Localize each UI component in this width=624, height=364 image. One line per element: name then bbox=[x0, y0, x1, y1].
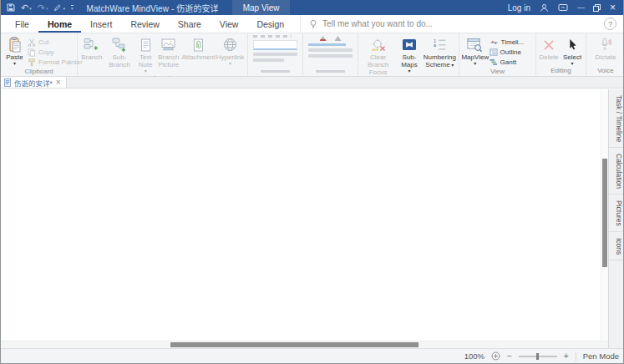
tell-me-search[interactable]: Tell me what you want to do... bbox=[300, 15, 604, 33]
sub-branch-button: Sub-Branch bbox=[104, 35, 136, 73]
tab-review[interactable]: Review bbox=[121, 15, 168, 33]
ribbon: Paste Cut Copy Format Painter bbox=[1, 33, 623, 77]
sub-maps-button[interactable]: Sub-Maps bbox=[396, 35, 422, 77]
redo-button: ↷ bbox=[38, 3, 48, 13]
hyperlink-dropdown-icon bbox=[229, 61, 231, 66]
cut-button: Cut bbox=[28, 38, 76, 47]
tab-insert[interactable]: Insert bbox=[81, 15, 121, 33]
redo-dropdown-icon bbox=[46, 3, 48, 12]
horizontal-scrollbar-thumb[interactable] bbox=[170, 342, 419, 347]
copy-icon bbox=[28, 48, 36, 57]
status-bar: 100% − + Pen Mode bbox=[1, 348, 623, 363]
unreadable-font-content bbox=[248, 33, 302, 68]
map-canvas[interactable] bbox=[1, 89, 608, 348]
app-window: ↶ ↷ MatchWare MindView - 伤逝的安详 Map View … bbox=[0, 0, 624, 364]
horizontal-scrollbar[interactable] bbox=[1, 341, 608, 348]
zoom-fit-icon[interactable] bbox=[491, 351, 500, 361]
unreadable-format-content bbox=[303, 33, 358, 68]
tab-view[interactable]: View bbox=[211, 15, 248, 33]
clear-branch-focus-icon bbox=[371, 36, 386, 53]
numbering-scheme-button[interactable]: 1a Numbering Scheme bbox=[423, 35, 457, 77]
sub-maps-dropdown-icon[interactable] bbox=[408, 68, 410, 73]
document-tab-title: 伤逝的安详* bbox=[14, 78, 53, 88]
paste-dropdown-icon[interactable] bbox=[13, 61, 16, 66]
mapview-icon bbox=[467, 36, 483, 53]
tab-home[interactable]: Home bbox=[38, 15, 81, 33]
ribbon-group-voice: Dictate Voice bbox=[586, 33, 624, 76]
zoom-in-button[interactable]: + bbox=[564, 352, 569, 361]
format-painter-icon bbox=[28, 58, 36, 67]
pen-mode-button[interactable]: Pen Mode bbox=[583, 351, 619, 361]
sidebar-tab-task-timeline[interactable]: Task / Timeline bbox=[609, 89, 623, 148]
vertical-scrollbar[interactable] bbox=[601, 89, 608, 341]
clear-branch-focus-button: Clear Branch Focus bbox=[360, 35, 396, 77]
paste-icon bbox=[9, 36, 21, 53]
zoom-slider-thumb[interactable] bbox=[536, 353, 539, 360]
undo-dropdown-icon[interactable] bbox=[29, 3, 32, 12]
numbering-scheme-dropdown-icon[interactable] bbox=[450, 61, 454, 68]
group-label-clipboard: Clipboard bbox=[1, 67, 77, 76]
sub-branch-icon bbox=[111, 36, 127, 53]
outline-icon bbox=[490, 48, 498, 56]
ribbon-display-options-icon[interactable] bbox=[558, 3, 568, 12]
help-icon[interactable]: ? bbox=[604, 18, 616, 30]
vertical-scrollbar-thumb[interactable] bbox=[602, 159, 607, 267]
touch-mode-button[interactable] bbox=[53, 3, 65, 12]
unreadable-group-label bbox=[316, 70, 346, 73]
unreadable-group-label bbox=[261, 70, 291, 73]
tab-file[interactable]: File bbox=[6, 15, 38, 33]
gantt-button[interactable]: Gantt bbox=[490, 58, 534, 67]
document-tab[interactable]: 伤逝的安详* bbox=[1, 77, 67, 88]
undo-button[interactable]: ↶ bbox=[21, 3, 32, 13]
close-button[interactable] bbox=[610, 3, 616, 13]
right-sidebar: Task / Timeline Calculation Pictures Ico… bbox=[608, 89, 623, 348]
timeline-icon bbox=[490, 38, 499, 46]
select-button[interactable]: Select bbox=[561, 35, 584, 66]
select-cursor-icon bbox=[568, 36, 577, 53]
customize-qat-button[interactable] bbox=[71, 5, 74, 10]
branch-button: Branch bbox=[80, 35, 104, 73]
branch-picture-button: Branch Picture bbox=[155, 35, 181, 73]
quick-access-toolbar: ↶ ↷ bbox=[1, 3, 79, 13]
text-note-button: Text Note bbox=[135, 35, 155, 73]
delete-icon bbox=[543, 36, 555, 53]
user-avatar-icon[interactable] bbox=[540, 3, 549, 13]
touch-mode-dropdown-icon[interactable] bbox=[63, 3, 65, 12]
branch-icon bbox=[84, 36, 99, 53]
ribbon-group-view: MapView Timeli... Outline Gantt bbox=[459, 33, 536, 76]
hyperlink-button: Hyperlink bbox=[216, 35, 245, 73]
outline-button[interactable]: Outline bbox=[490, 48, 534, 57]
sidebar-tab-calculation[interactable]: Calculation bbox=[609, 148, 623, 195]
zoom-slider[interactable] bbox=[519, 356, 557, 357]
group-label-voice: Voice bbox=[586, 66, 624, 76]
dictate-button: Dictate bbox=[590, 35, 621, 66]
sidebar-tab-pictures[interactable]: Pictures bbox=[609, 195, 623, 232]
save-icon[interactable] bbox=[7, 3, 15, 12]
zoom-out-button[interactable]: − bbox=[507, 352, 512, 361]
svg-text:a: a bbox=[434, 43, 437, 48]
numbering-scheme-icon: 1a bbox=[434, 36, 446, 53]
login-button[interactable]: Log in bbox=[508, 3, 530, 13]
restore-button[interactable] bbox=[593, 4, 601, 12]
ribbon-group-editing: Delete Select Editing bbox=[536, 33, 586, 76]
tab-design[interactable]: Design bbox=[247, 15, 293, 33]
tab-share[interactable]: Share bbox=[169, 15, 211, 33]
window-title: MatchWare MindView - 伤逝的安详 bbox=[87, 2, 219, 14]
sidebar-tab-icons[interactable]: Icons bbox=[609, 232, 623, 260]
ribbon-group-detail: Clear Branch Focus Sub-Maps 1a Numbering… bbox=[358, 33, 459, 76]
titlebar-right-controls: Log in — bbox=[508, 3, 623, 13]
group-label-editing: Editing bbox=[536, 66, 586, 76]
document-close-icon[interactable] bbox=[56, 78, 61, 87]
minimize-button[interactable]: — bbox=[577, 4, 584, 12]
zoom-level[interactable]: 100% bbox=[464, 351, 484, 361]
ribbon-group-unreadable-format bbox=[303, 33, 358, 76]
copy-button: Copy bbox=[28, 48, 76, 57]
mapview-button[interactable]: MapView bbox=[461, 35, 490, 67]
timeline-button[interactable]: Timeli... bbox=[490, 38, 534, 47]
attachment-icon bbox=[193, 36, 204, 53]
paste-button[interactable]: Paste bbox=[2, 35, 28, 67]
tell-me-placeholder: Tell me what you want to do... bbox=[322, 19, 433, 28]
titlebar-view-tab[interactable]: Map View bbox=[232, 0, 291, 15]
delete-button: Delete bbox=[538, 35, 560, 66]
mapview-dropdown-icon[interactable] bbox=[474, 61, 476, 66]
